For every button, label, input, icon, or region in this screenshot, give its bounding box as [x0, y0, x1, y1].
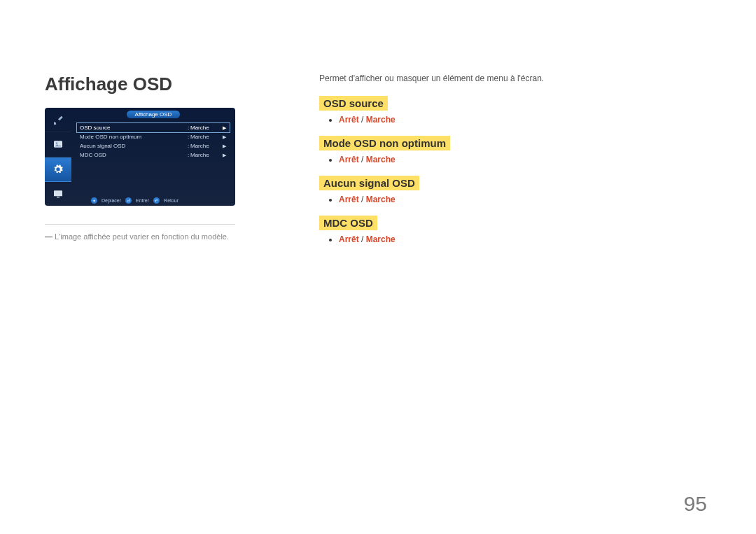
osd-row: MDC OSD : Marche ▶	[77, 150, 230, 160]
return-icon: ↶	[153, 197, 160, 204]
section: OSD source Arrêt / Marche	[319, 96, 711, 125]
option-off: Arrêt	[339, 195, 359, 204]
osd-row-value: Marche	[190, 152, 223, 158]
osd-footer-enter: Entrer	[136, 198, 149, 203]
osd-header: Affichage OSD	[71, 108, 235, 120]
divider	[45, 224, 235, 225]
option-separator: /	[359, 155, 366, 164]
osd-main: Affichage OSD OSD source : Marche ▶ Mode…	[71, 108, 235, 206]
section-heading: MDC OSD	[319, 216, 377, 230]
svg-point-1	[56, 143, 58, 145]
option-on: Marche	[366, 195, 396, 204]
osd-footer-return: Retour	[164, 198, 178, 203]
osd-row: OSD source : Marche ▶	[77, 123, 230, 132]
osd-row: Aucun signal OSD : Marche ▶	[77, 141, 230, 150]
option-item: Arrêt / Marche	[339, 115, 711, 125]
osd-row-label: MDC OSD	[77, 152, 186, 158]
osd-body: OSD source : Marche ▶ Mode OSD non optim…	[71, 120, 235, 195]
option-item: Arrêt / Marche	[339, 234, 711, 244]
svg-rect-2	[54, 190, 62, 196]
section-heading: OSD source	[319, 96, 388, 111]
osd-footer-move: Déplacer	[102, 198, 121, 203]
caption: ― L'image affichée peut varier en foncti…	[45, 232, 276, 242]
option-list: Arrêt / Marche	[319, 234, 711, 244]
osd-row-value: Marche	[190, 134, 223, 140]
osd-row-label: Mode OSD non optimum	[77, 134, 186, 140]
option-list: Arrêt / Marche	[319, 195, 711, 204]
option-off: Arrêt	[339, 234, 359, 244]
option-separator: /	[359, 234, 366, 244]
section-heading: Aucun signal OSD	[319, 176, 419, 190]
osd-row-label: Aucun signal OSD	[77, 143, 186, 149]
osd-footer: ✦ Déplacer ⏎ Entrer ↶ Retour	[71, 195, 235, 206]
dash-icon: ―	[45, 232, 55, 241]
section: Aucun signal OSD Arrêt / Marche	[319, 176, 711, 204]
caption-text: L'image affichée peut varier en fonction…	[55, 232, 229, 241]
option-list: Arrêt / Marche	[319, 155, 711, 164]
option-off: Arrêt	[339, 115, 359, 125]
option-off: Arrêt	[339, 155, 359, 164]
option-item: Arrêt / Marche	[339, 155, 711, 164]
osd-row-value: Marche	[190, 125, 223, 131]
option-on: Marche	[366, 155, 396, 164]
section: Mode OSD non optimum Arrêt / Marche	[319, 136, 711, 164]
gear-icon	[45, 157, 71, 182]
description: Permet d'afficher ou masquer un élément …	[319, 73, 711, 83]
svg-rect-3	[57, 197, 59, 197]
osd-row: Mode OSD non optimum : Marche ▶	[77, 132, 230, 141]
osd-screenshot: Affichage OSD OSD source : Marche ▶ Mode…	[45, 108, 235, 206]
section-heading: Mode OSD non optimum	[319, 136, 450, 150]
osd-header-title: Affichage OSD	[127, 111, 181, 118]
option-list: Arrêt / Marche	[319, 115, 711, 125]
option-on: Marche	[366, 234, 396, 244]
option-separator: /	[359, 115, 366, 125]
tool-icon	[45, 108, 71, 132]
osd-sidebar	[45, 108, 71, 206]
chevron-right-icon: ▶	[223, 143, 230, 149]
osd-row-label: OSD source	[77, 125, 186, 131]
page-title: Affichage OSD	[45, 73, 276, 95]
display-icon	[45, 182, 71, 206]
section: MDC OSD Arrêt / Marche	[319, 216, 711, 244]
option-item: Arrêt / Marche	[339, 195, 711, 204]
page-number: 95	[684, 492, 707, 516]
chevron-right-icon: ▶	[223, 134, 230, 140]
option-on: Marche	[366, 115, 396, 125]
option-separator: /	[359, 195, 366, 204]
enter-icon: ⏎	[125, 197, 132, 204]
osd-row-value: Marche	[190, 143, 223, 149]
chevron-right-icon: ▶	[223, 153, 230, 158]
dpad-icon: ✦	[91, 197, 97, 204]
chevron-right-icon: ▶	[223, 125, 230, 131]
image-icon	[45, 132, 71, 157]
